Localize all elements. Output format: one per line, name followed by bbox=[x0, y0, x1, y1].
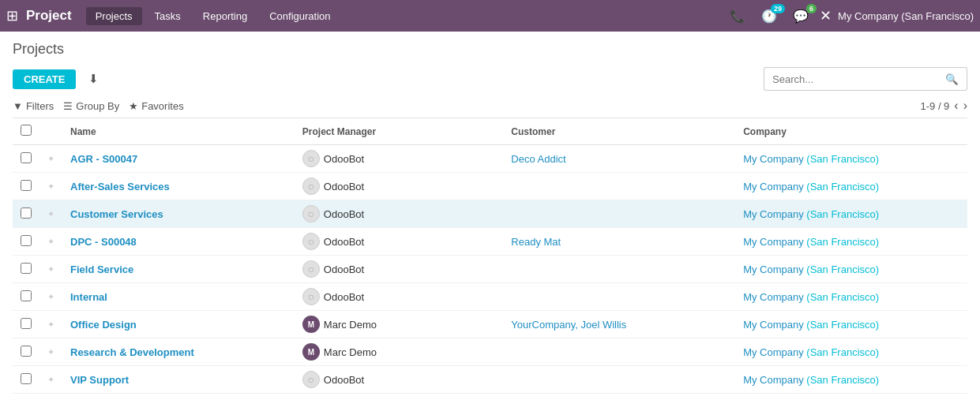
project-name-link[interactable]: DPC - S00048 bbox=[70, 236, 137, 248]
company-link[interactable]: My Company (San Francisco) bbox=[743, 181, 879, 193]
project-name-link[interactable]: Field Service bbox=[70, 264, 133, 275]
drag-handle[interactable]: ✦ bbox=[39, 200, 62, 228]
company-link[interactable]: My Company (San Francisco) bbox=[743, 374, 879, 386]
row-checkbox-cell[interactable] bbox=[13, 228, 39, 256]
groupby-icon: ☰ bbox=[63, 100, 73, 112]
company-link[interactable]: My Company (San Francisco) bbox=[743, 264, 879, 275]
project-name-cell: Customer Services bbox=[62, 200, 295, 228]
create-button[interactable]: CREATE bbox=[13, 69, 76, 89]
customer-cell bbox=[503, 173, 735, 200]
col-header-customer[interactable]: Customer bbox=[503, 118, 735, 145]
groupby-button[interactable]: ☰ Group By bbox=[63, 100, 119, 112]
avatar: ○ bbox=[302, 288, 320, 305]
select-all-checkbox[interactable] bbox=[21, 125, 32, 136]
company-link[interactable]: My Company (San Francisco) bbox=[743, 291, 879, 303]
pm-name: OdooBot bbox=[324, 374, 364, 386]
pm-name: OdooBot bbox=[324, 264, 364, 275]
drag-handle[interactable]: ✦ bbox=[39, 228, 62, 256]
favorites-button[interactable]: ★ Favorites bbox=[129, 100, 183, 112]
project-name-link[interactable]: Customer Services bbox=[70, 208, 163, 220]
project-name-link[interactable]: Internal bbox=[70, 291, 107, 303]
row-checkbox-cell[interactable] bbox=[13, 200, 39, 228]
grid-icon[interactable]: ⊞ bbox=[6, 7, 18, 24]
company-link[interactable]: My Company (San Francisco) bbox=[743, 208, 879, 220]
row-checkbox[interactable] bbox=[21, 373, 32, 384]
close-button[interactable]: ✕ bbox=[820, 7, 832, 24]
toolbar: CREATE ⬇ 🔍 bbox=[13, 67, 967, 91]
company-link[interactable]: My Company (San Francisco) bbox=[743, 153, 879, 165]
search-button[interactable]: 🔍 bbox=[937, 67, 967, 91]
drag-handle[interactable]: ✦ bbox=[39, 338, 62, 366]
nav-tasks[interactable]: Tasks bbox=[145, 7, 190, 25]
drag-handle[interactable]: ✦ bbox=[39, 283, 62, 311]
table-row[interactable]: ✦Internal○OdooBotMy Company (San Francis… bbox=[13, 283, 967, 311]
company-cell: My Company (San Francisco) bbox=[735, 256, 967, 283]
col-header-name[interactable]: Name bbox=[62, 118, 295, 145]
table-row[interactable]: ✦AGR - S00047○OdooBotDeco AddictMy Compa… bbox=[13, 145, 967, 173]
table-row[interactable]: ✦After-Sales Services○OdooBotMy Company … bbox=[13, 173, 967, 200]
table-row[interactable]: ✦DPC - S00048○OdooBotReady MatMy Company… bbox=[13, 228, 967, 256]
company-link[interactable]: My Company (San Francisco) bbox=[743, 346, 879, 358]
col-header-company[interactable]: Company bbox=[735, 118, 967, 145]
phone-button[interactable]: 📞 bbox=[725, 7, 750, 25]
row-checkbox-cell[interactable] bbox=[13, 145, 39, 173]
table-row[interactable]: ✦VIP Support○OdooBotMy Company (San Fran… bbox=[13, 366, 967, 394]
row-checkbox-cell[interactable] bbox=[13, 256, 39, 283]
avatar: ○ bbox=[302, 260, 320, 278]
customer-link[interactable]: Deco Addict bbox=[511, 153, 565, 165]
project-name-link[interactable]: AGR - S00047 bbox=[70, 153, 137, 165]
project-name-link[interactable]: After-Sales Services bbox=[70, 181, 170, 193]
company-link[interactable]: My Company (San Francisco) bbox=[743, 236, 879, 248]
search-input[interactable] bbox=[764, 67, 937, 91]
row-checkbox[interactable] bbox=[21, 263, 32, 274]
company-cell: My Company (San Francisco) bbox=[735, 338, 967, 366]
row-checkbox-cell[interactable] bbox=[13, 338, 39, 366]
company-cell: My Company (San Francisco) bbox=[735, 145, 967, 173]
customer-cell bbox=[503, 366, 735, 394]
row-checkbox-cell[interactable] bbox=[13, 366, 39, 394]
pm-cell: MMarc Demo bbox=[295, 311, 503, 338]
row-checkbox-cell[interactable] bbox=[13, 283, 39, 311]
pm-cell: ○OdooBot bbox=[295, 200, 503, 228]
nav-reporting[interactable]: Reporting bbox=[193, 7, 257, 25]
project-name-link[interactable]: Office Design bbox=[70, 319, 137, 331]
pager-prev-button[interactable]: ‹ bbox=[954, 99, 958, 113]
row-checkbox[interactable] bbox=[21, 346, 32, 357]
row-checkbox[interactable] bbox=[21, 318, 32, 329]
drag-handle[interactable]: ✦ bbox=[39, 366, 62, 394]
row-checkbox-cell[interactable] bbox=[13, 311, 39, 338]
row-checkbox[interactable] bbox=[21, 152, 32, 163]
notifications-button[interactable]: 🕐 29 bbox=[757, 7, 782, 25]
row-checkbox[interactable] bbox=[21, 290, 32, 301]
pm-cell: ○OdooBot bbox=[295, 366, 503, 394]
nav-configuration[interactable]: Configuration bbox=[260, 7, 340, 25]
chat-button[interactable]: 💬 6 bbox=[788, 7, 813, 25]
upload-button[interactable]: ⬇ bbox=[82, 69, 105, 89]
table-row[interactable]: ✦Customer Services○OdooBotMy Company (Sa… bbox=[13, 200, 967, 228]
drag-handle[interactable]: ✦ bbox=[39, 173, 62, 200]
row-checkbox[interactable] bbox=[21, 180, 32, 191]
customer-cell bbox=[503, 256, 735, 283]
select-all-header[interactable] bbox=[13, 118, 39, 145]
nav-projects[interactable]: Projects bbox=[86, 7, 142, 25]
drag-handle[interactable]: ✦ bbox=[39, 311, 62, 338]
drag-handle[interactable]: ✦ bbox=[39, 145, 62, 173]
filters-button[interactable]: ▼ Filters bbox=[13, 100, 54, 112]
table-row[interactable]: ✦Office DesignMMarc DemoYourCompany, Joe… bbox=[13, 311, 967, 338]
row-checkbox-cell[interactable] bbox=[13, 173, 39, 200]
row-checkbox[interactable] bbox=[21, 235, 32, 246]
col-header-pm[interactable]: Project Manager bbox=[295, 118, 503, 145]
avatar: ○ bbox=[302, 150, 320, 167]
drag-handle[interactable]: ✦ bbox=[39, 256, 62, 283]
table-row[interactable]: ✦Research & DevelopmentMMarc DemoMy Comp… bbox=[13, 338, 967, 366]
pager-next-button[interactable]: › bbox=[963, 99, 967, 113]
row-checkbox[interactable] bbox=[21, 207, 32, 219]
pager: 1-9 / 9 ‹ › bbox=[920, 99, 967, 113]
customer-link[interactable]: YourCompany, Joel Willis bbox=[511, 319, 626, 331]
table-row[interactable]: ✦Field Service○OdooBotMy Company (San Fr… bbox=[13, 256, 967, 283]
customer-link[interactable]: Ready Mat bbox=[511, 236, 561, 248]
project-name-link[interactable]: Research & Development bbox=[70, 346, 194, 358]
company-link[interactable]: My Company (San Francisco) bbox=[743, 319, 879, 331]
company-cell: My Company (San Francisco) bbox=[735, 366, 967, 394]
project-name-link[interactable]: VIP Support bbox=[70, 374, 129, 386]
